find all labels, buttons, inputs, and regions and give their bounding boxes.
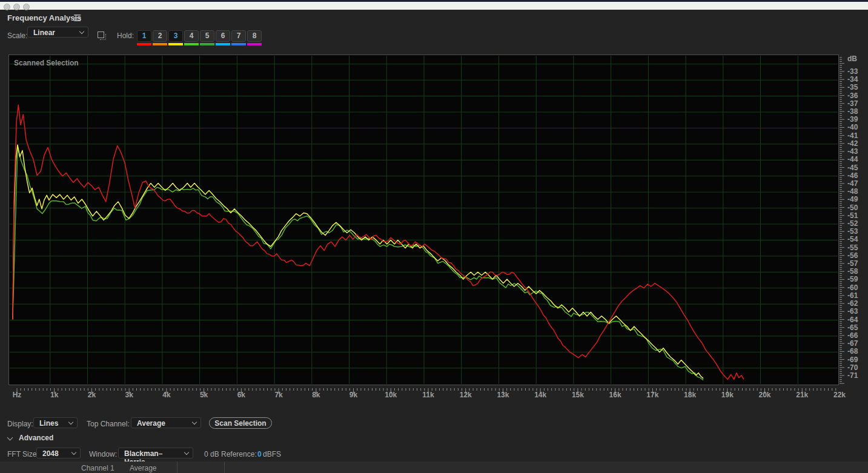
db-tick-label--38: -38: [847, 107, 858, 116]
db-tick-label--37: -37: [847, 99, 858, 108]
top-channel-label: Top Channel:: [87, 420, 130, 428]
hold-color-bar-4: [184, 43, 199, 45]
db-tick-label--67: -67: [847, 339, 858, 348]
scan-selection-box-icon[interactable]: [98, 31, 107, 41]
hold-color-bar-3: [168, 43, 183, 45]
hold-8: 8: [247, 30, 262, 45]
freq-tick-label-3k: 3k: [125, 391, 133, 399]
hold-7: 7: [231, 30, 246, 45]
freq-tick-label-12k: 12k: [460, 391, 472, 399]
fft-size-value: 2048: [42, 449, 59, 458]
freq-tick-label-11k: 11k: [422, 391, 434, 399]
freq-tick-label-Hz: Hz: [13, 391, 22, 399]
freq-tick-label-22k: 22k: [833, 391, 846, 399]
db-tick-label--36: -36: [847, 91, 858, 100]
series-hold-3-yellow: [13, 145, 703, 379]
db-tick-label--58: -58: [847, 267, 858, 276]
db-tick-label--71: -71: [847, 371, 858, 380]
db-tick-label--54: -54: [847, 235, 858, 243]
advanced-toggle[interactable]: Advanced: [19, 434, 53, 442]
db-tick-label--66: -66: [847, 331, 858, 340]
hold-3: 3: [168, 30, 183, 45]
chevron-down-icon: [192, 420, 197, 425]
db-tick-label--56: -56: [847, 251, 858, 260]
db-tick-label--42: -42: [847, 139, 858, 148]
meters-header-strip: Channel 1 Average: [0, 461, 868, 473]
hold-color-bar-6: [216, 43, 230, 45]
freq-tick-label-5k: 5k: [200, 391, 208, 399]
db-tick-label--52: -52: [847, 219, 858, 228]
hold-color-bar-5: [200, 43, 214, 45]
db-tick-label--34: -34: [847, 75, 858, 84]
freq-tick-label-6k: 6k: [237, 391, 245, 399]
spectrum-chart-plot[interactable]: Scanned Selection: [8, 55, 839, 385]
fft-size-label: FFT Size:: [7, 450, 39, 458]
freq-tick-label-7k: 7k: [274, 391, 282, 399]
hold-button-5[interactable]: 5: [200, 30, 214, 42]
freq-tick-label-20k: 20k: [759, 391, 771, 399]
frequency-ruler: Hz1k2k3k4k5k6k7k8k9k10k11k12k13k14k15k16…: [8, 386, 839, 400]
db-tick-label--47: -47: [847, 179, 858, 188]
scale-dropdown[interactable]: Linear: [27, 27, 88, 38]
spectrum-chart-svg: [9, 55, 838, 385]
hold-button-7[interactable]: 7: [231, 30, 246, 42]
top-channel-dropdown[interactable]: Average: [131, 417, 201, 428]
hold-color-bar-1: [137, 43, 151, 45]
db-tick-label--53: -53: [847, 227, 858, 236]
chevron-down-icon: [68, 420, 73, 425]
hold-button-6[interactable]: 6: [216, 30, 230, 42]
db-tick-label--39: -39: [847, 115, 858, 124]
freq-tick-label-15k: 15k: [572, 391, 584, 399]
freq-tick-label-21k: 21k: [796, 391, 808, 399]
hold-6: 6: [216, 30, 230, 45]
reference-value: 0: [257, 450, 262, 458]
hold-button-8[interactable]: 8: [247, 30, 262, 42]
freq-tick-label-13k: 13k: [497, 391, 509, 399]
hold-button-2[interactable]: 2: [153, 30, 167, 42]
hold-button-4[interactable]: 4: [184, 30, 199, 42]
scan-selection-button[interactable]: Scan Selection: [209, 417, 272, 429]
db-tick-label--61: -61: [847, 291, 858, 300]
freq-tick-label-19k: 19k: [721, 391, 734, 399]
db-tick-label--68: -68: [847, 347, 858, 356]
db-tick-label--63: -63: [847, 307, 858, 316]
db-tick-label--40: -40: [847, 123, 858, 131]
reference-unit: dBFS: [263, 450, 281, 458]
hold-color-bar-8: [247, 43, 262, 45]
db-tick-label--41: -41: [847, 131, 858, 140]
db-tick-label--49: -49: [847, 195, 858, 203]
hold-1: 1: [137, 30, 151, 45]
hamburger-menu-icon[interactable]: ☰: [73, 13, 81, 24]
db-tick-label--70: -70: [847, 363, 858, 372]
hold-label: Hold:: [117, 31, 134, 40]
scale-label: Scale:: [7, 31, 27, 40]
column-divider: [224, 461, 225, 473]
db-tick-label--45: -45: [847, 164, 858, 172]
db-tick-label--60: -60: [847, 283, 858, 292]
hold-4: 4: [184, 30, 199, 45]
advanced-chevron-down-icon[interactable]: [7, 435, 13, 441]
db-tick-label--59: -59: [847, 275, 858, 283]
hold-button-1[interactable]: 1: [137, 30, 151, 42]
column-divider: [177, 461, 177, 473]
fft-size-dropdown[interactable]: 2048: [36, 448, 81, 458]
display-value: Lines: [39, 419, 58, 428]
chevron-down-icon: [79, 29, 84, 34]
window-dropdown[interactable]: Blackman–Harris: [118, 448, 193, 458]
db-unit-label: dB: [847, 55, 857, 63]
db-tick-label--69: -69: [847, 356, 858, 364]
hold-color-bar-2: [153, 43, 167, 45]
freq-tick-label-10k: 10k: [385, 391, 397, 399]
hold-buttons: 12345678: [137, 30, 262, 45]
freq-tick-label-14k: 14k: [534, 391, 546, 399]
scanned-selection-label: Scanned Selection: [14, 59, 79, 67]
db-tick-label--48: -48: [847, 187, 858, 196]
meter-column-channel-1: Channel 1: [81, 464, 114, 472]
panel-header: Frequency Analysis ☰: [0, 10, 868, 27]
db-tick-label--65: -65: [847, 323, 858, 332]
hold-color-bar-7: [231, 43, 246, 45]
frequency-analysis-panel: Frequency Analysis ☰ Scale: Linear Hold:…: [0, 0, 868, 473]
display-dropdown[interactable]: Lines: [33, 417, 78, 428]
freq-tick-label-18k: 18k: [684, 391, 696, 399]
hold-button-3[interactable]: 3: [168, 30, 183, 42]
